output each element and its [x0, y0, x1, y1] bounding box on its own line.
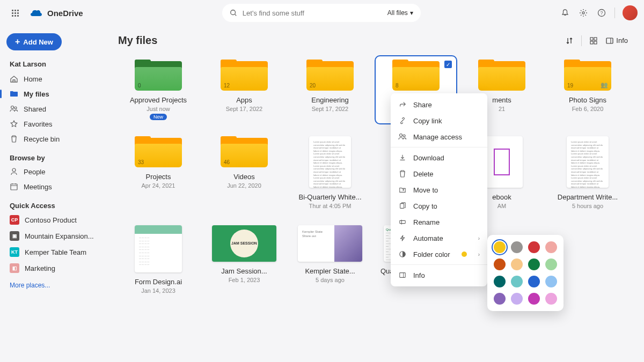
- folder-icon: 0: [135, 60, 182, 91]
- item-meta: Sept 17, 2022: [312, 106, 349, 112]
- quick-access-item[interactable]: CPContoso Product: [6, 212, 102, 228]
- team-badge: ▣: [10, 231, 19, 241]
- color-swatch[interactable]: [494, 258, 506, 270]
- calendar-icon: [10, 182, 18, 191]
- add-new-button[interactable]: + Add New: [6, 33, 62, 50]
- color-swatch[interactable]: [511, 258, 523, 270]
- item-name: Engineering: [311, 96, 348, 104]
- folder-item[interactable]: 33 Projects Apr 24, 2021: [118, 133, 199, 212]
- folder-item[interactable]: 20 Engineering Sept 17, 2022: [290, 56, 370, 123]
- menu-item-share[interactable]: Share: [391, 97, 487, 113]
- color-swatch[interactable]: [494, 293, 506, 305]
- quick-access-item[interactable]: ◧Marketing: [6, 260, 102, 276]
- file-item[interactable]: Lorem ipsum dolor sit amet consectetur a…: [290, 133, 370, 212]
- folder-item[interactable]: 46 Videos Jun 22, 2020: [204, 133, 284, 212]
- folder-item[interactable]: 19 👥 Photo Signs Feb 6, 2020: [547, 56, 628, 123]
- svg-point-0: [231, 10, 236, 15]
- color-icon: [398, 250, 407, 258]
- star-icon: [10, 120, 18, 128]
- color-swatch[interactable]: [545, 241, 557, 253]
- menu-item-delete[interactable]: Delete: [391, 166, 487, 182]
- item-name: ments: [492, 96, 511, 104]
- file-item[interactable]: Kempler StateShare out Kempler State... …: [290, 222, 370, 297]
- menu-item-rename[interactable]: Rename: [391, 214, 487, 230]
- menu-item-move-to[interactable]: Move to: [391, 182, 487, 198]
- sort-button[interactable]: [565, 36, 574, 45]
- more-places-link[interactable]: More places...: [6, 276, 102, 294]
- rename-icon: [398, 218, 407, 226]
- color-swatch[interactable]: [545, 276, 557, 287]
- person-icon: [10, 167, 18, 176]
- shared-icon: 👥: [601, 82, 608, 88]
- item-meta: Jun 22, 2020: [227, 182, 261, 189]
- search-input[interactable]: [243, 9, 382, 17]
- plus-icon: +: [15, 38, 20, 46]
- nav-item-home[interactable]: Home: [6, 71, 102, 86]
- search-box[interactable]: All files ▾: [222, 4, 421, 22]
- color-swatch[interactable]: [528, 241, 540, 253]
- menu-item-copy-to[interactable]: Copy to: [391, 198, 487, 214]
- quick-access-item[interactable]: ▣Mountain Expansion...: [6, 228, 102, 244]
- color-swatch[interactable]: [545, 258, 557, 270]
- svg-rect-8: [11, 184, 17, 190]
- browse-item-meetings[interactable]: Meetings: [6, 179, 102, 194]
- quick-access-item[interactable]: KTKemper Table Team: [6, 244, 102, 260]
- browse-by-label: Browse by: [6, 146, 102, 164]
- item-name: Videos: [233, 173, 255, 181]
- item-name: Apps: [236, 96, 252, 104]
- nav-item-my-files[interactable]: My files: [6, 86, 102, 101]
- color-swatch[interactable]: [511, 293, 523, 305]
- color-swatch[interactable]: [528, 293, 540, 305]
- svg-rect-14: [590, 41, 593, 44]
- user-avatar[interactable]: [623, 5, 638, 20]
- help-icon[interactable]: ?: [596, 8, 607, 18]
- page-title: My files: [118, 34, 157, 47]
- info-icon: [398, 271, 407, 279]
- info-button[interactable]: Info: [605, 36, 628, 45]
- item-meta: Apr 24, 2021: [142, 182, 175, 189]
- home-icon: [10, 75, 18, 83]
- nav-item-favorites[interactable]: Favorites: [6, 116, 102, 131]
- nav-item-shared[interactable]: Shared: [6, 101, 102, 116]
- menu-item-folder-color[interactable]: Folder color›: [391, 246, 487, 262]
- browse-item-people[interactable]: People: [6, 164, 102, 179]
- item-name: Jam Session...: [221, 267, 267, 275]
- search-icon: [230, 9, 237, 17]
- logo[interactable]: OneDrive: [30, 9, 83, 18]
- chevron-right-icon: ›: [478, 235, 480, 241]
- file-item[interactable]: — — — —— — — —— — — —— — — —— — — —— — —…: [118, 222, 199, 297]
- color-swatch[interactable]: [494, 276, 506, 287]
- file-item[interactable]: JAM SESSION Jam Session... Feb 1, 2023: [204, 222, 284, 297]
- header: OneDrive All files ▾ ?: [0, 0, 644, 26]
- menu-item-manage-access[interactable]: Manage access: [391, 129, 487, 145]
- color-swatch[interactable]: [511, 241, 523, 253]
- svg-point-5: [11, 106, 14, 109]
- move-icon: [398, 186, 407, 194]
- folder-icon: 8: [392, 60, 440, 91]
- color-swatch[interactable]: [528, 276, 540, 287]
- check-icon: ✓: [444, 61, 452, 68]
- link-icon: [398, 116, 407, 125]
- item-name: ebook: [492, 193, 511, 201]
- nav-item-recycle-bin[interactable]: Recycle bin: [6, 131, 102, 146]
- file-item[interactable]: Lorem ipsum dolor sit amet consectetur a…: [547, 133, 628, 212]
- menu-item-copy-link[interactable]: Copy link: [391, 113, 487, 129]
- menu-item-download[interactable]: Download: [391, 150, 487, 166]
- settings-icon[interactable]: [578, 8, 589, 18]
- item-meta: Sept 17, 2022: [226, 106, 263, 112]
- quick-access-label: Quick Access: [6, 194, 102, 212]
- color-swatch[interactable]: [545, 293, 557, 305]
- color-swatch[interactable]: [528, 258, 540, 270]
- color-swatch[interactable]: [494, 241, 506, 253]
- folder-item[interactable]: 0 Approved Projects Just now New: [118, 56, 199, 123]
- folder-item[interactable]: 12 Apps Sept 17, 2022: [204, 56, 284, 123]
- view-grid-button[interactable]: [589, 36, 598, 45]
- menu-item-info[interactable]: Info: [391, 267, 487, 283]
- color-swatch[interactable]: [511, 276, 523, 287]
- menu-item-automate[interactable]: Automate›: [391, 230, 487, 246]
- notifications-icon[interactable]: [560, 8, 570, 18]
- item-meta: 5 days ago: [316, 277, 345, 283]
- divider: [614, 8, 615, 18]
- app-launcher-icon[interactable]: [6, 4, 24, 21]
- search-filter-dropdown[interactable]: All files ▾: [387, 9, 413, 17]
